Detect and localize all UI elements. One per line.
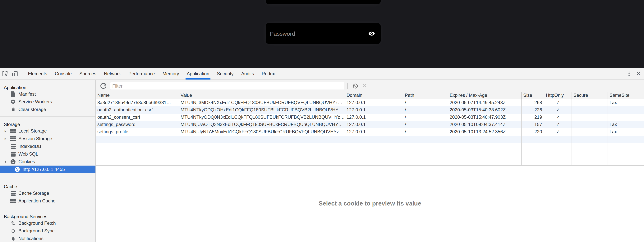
device-toolbar-icon: [12, 71, 18, 77]
chevron-down-icon[interactable]: ▾: [4, 160, 8, 164]
trash-icon: [10, 107, 16, 112]
httponly-check: ✓: [544, 121, 572, 128]
cookies-pane: ✕ Name Value Domain Path Expires / Max-A…: [96, 80, 644, 241]
sidebar-item-background-sync[interactable]: Background Sync: [0, 227, 96, 235]
column-header-path[interactable]: Path: [403, 92, 448, 99]
application-sidebar: Application Manifest Service Workers Cle…: [0, 80, 96, 241]
sidebar-item-cache-storage[interactable]: Cache Storage: [0, 189, 96, 197]
cookies-toolbar: ✕: [96, 80, 644, 92]
column-header-expires[interactable]: Expires / Max-Age: [448, 92, 522, 99]
refresh-icon: [100, 83, 106, 89]
table-icon: [10, 129, 16, 133]
section-application: Application Manifest Service Workers Cle…: [0, 80, 96, 117]
column-header-value[interactable]: Value: [179, 92, 345, 99]
file-icon: [11, 91, 15, 97]
tab-redux[interactable]: Redux: [258, 68, 279, 79]
table-row[interactable]: settings_profile MTU4NjUyNTA5MnxEdi1CQkF…: [96, 128, 644, 136]
sync-icon: [10, 228, 16, 233]
database-icon: [10, 152, 16, 157]
sidebar-item-indexeddb[interactable]: IndexedDB: [0, 143, 96, 150]
tab-security[interactable]: Security: [213, 68, 238, 79]
clear-filter-button[interactable]: ✕: [360, 83, 369, 89]
ban-circle-icon: [353, 83, 358, 88]
table-row[interactable]: oauth2_authentication_csrf MTU4NTkyODQzO…: [96, 106, 644, 114]
password-field[interactable]: Password: [266, 23, 381, 44]
cookie-preview-pane: Select a cookie to preview its value: [96, 165, 644, 241]
refresh-button[interactable]: [98, 83, 108, 89]
section-title: Background Services: [0, 211, 96, 219]
tab-performance[interactable]: Performance: [124, 68, 158, 79]
form-field-partial[interactable]: [266, 0, 381, 4]
table-row[interactable]: settings_password MTU4NjUwOTQ3N3xEdi1CQk…: [96, 121, 644, 128]
sidebar-item-cookies[interactable]: ▾ Cookies: [0, 158, 96, 166]
table-row-empty[interactable]: [96, 136, 644, 143]
sidebar-item-manifest[interactable]: Manifest: [0, 90, 96, 98]
httponly-check: ✓: [544, 128, 572, 136]
toolbar-divider: [347, 83, 348, 89]
devtools-panel: Elements Console Sources Network Perform…: [0, 68, 644, 242]
password-placeholder: Password: [266, 30, 368, 37]
chevron-right-icon[interactable]: ▸: [4, 129, 8, 133]
sidebar-item-cookie-origin[interactable]: http://127.0.0.1:4455: [0, 166, 96, 173]
cookie-table-header: Name Value Domain Path Expires / Max-Age…: [96, 92, 644, 99]
httponly-check: ✓: [544, 106, 572, 114]
tab-application[interactable]: Application: [183, 68, 213, 79]
web-page-background: Password: [0, 0, 644, 68]
tab-network[interactable]: Network: [100, 68, 124, 79]
section-title: Cache: [0, 181, 96, 189]
tabbar-divider: [22, 71, 22, 77]
sidebar-item-application-cache[interactable]: Application Cache: [0, 197, 96, 205]
section-background-services: Background Services Background Fetch Bac…: [0, 208, 96, 241]
inspect-cursor-icon: [2, 71, 8, 77]
chevron-right-icon[interactable]: ▸: [4, 137, 8, 141]
sidebar-item-service-workers[interactable]: Service Workers: [0, 98, 96, 106]
sidebar-item-web-sql[interactable]: Web SQL: [0, 150, 96, 158]
inspect-element-button[interactable]: [0, 69, 10, 79]
httponly-check: ✓: [544, 99, 572, 106]
table-icon: [10, 199, 16, 203]
database-icon: [10, 191, 16, 196]
table-row[interactable]: 8a3d27185b49d7758d8bb669331… MTU4NjI3MDk…: [96, 99, 644, 106]
filter-input[interactable]: [110, 82, 344, 89]
up-down-arrows-icon: [10, 221, 16, 226]
section-storage: Storage ▸ Local Storage ▸ Session Storag…: [0, 117, 96, 178]
database-icon: [10, 144, 16, 149]
tab-sources[interactable]: Sources: [76, 68, 100, 79]
screen: Password: [0, 0, 644, 242]
cookie-icon: [10, 159, 16, 164]
tab-console[interactable]: Console: [51, 68, 76, 79]
sidebar-item-background-fetch[interactable]: Background Fetch: [0, 219, 96, 227]
cookie-table-body: 8a3d27185b49d7758d8bb669331… MTU4NjI3MDk…: [96, 99, 644, 165]
devtools-close-button[interactable]: ×: [634, 70, 644, 78]
column-header-size[interactable]: Size: [522, 92, 544, 99]
column-header-samesite[interactable]: SameSite: [608, 92, 644, 99]
gear-icon: [10, 99, 16, 104]
column-header-httponly[interactable]: HttpOnly: [544, 92, 572, 99]
sidebar-item-notifications[interactable]: Notifications: [0, 235, 96, 241]
kebab-menu-icon: [626, 71, 632, 76]
devtools-menu-button[interactable]: [624, 69, 634, 79]
devtools-tabbar: Elements Console Sources Network Perform…: [0, 68, 644, 80]
sidebar-item-local-storage[interactable]: ▸ Local Storage: [0, 127, 96, 135]
column-header-name[interactable]: Name: [96, 92, 179, 99]
cookie-icon: [14, 167, 20, 172]
section-title: Storage: [0, 119, 96, 127]
cookie-preview-message: Select a cookie to preview its value: [318, 200, 421, 207]
device-toolbar-button[interactable]: [10, 69, 20, 79]
table-filler: [96, 143, 644, 165]
show-only-blocked-cookies-button[interactable]: [351, 83, 360, 88]
table-row[interactable]: oauth2_consent_csrf MTU4NTkyODQ0N3xEdi1C…: [96, 114, 644, 121]
sidebar-item-session-storage[interactable]: ▸ Session Storage: [0, 135, 96, 143]
bell-icon: [10, 236, 16, 241]
tab-elements[interactable]: Elements: [24, 68, 51, 79]
tab-memory[interactable]: Memory: [159, 68, 183, 79]
column-header-domain[interactable]: Domain: [345, 92, 403, 99]
column-header-secure[interactable]: Secure: [572, 92, 608, 99]
httponly-check: ✓: [544, 114, 572, 121]
tab-audits[interactable]: Audits: [237, 68, 258, 79]
tabbar-right-divider: [622, 71, 622, 77]
sidebar-item-clear-storage[interactable]: Clear storage: [0, 106, 96, 113]
section-title: Application: [0, 82, 96, 90]
table-icon: [10, 136, 16, 141]
toggle-password-visibility-button[interactable]: [368, 30, 375, 37]
